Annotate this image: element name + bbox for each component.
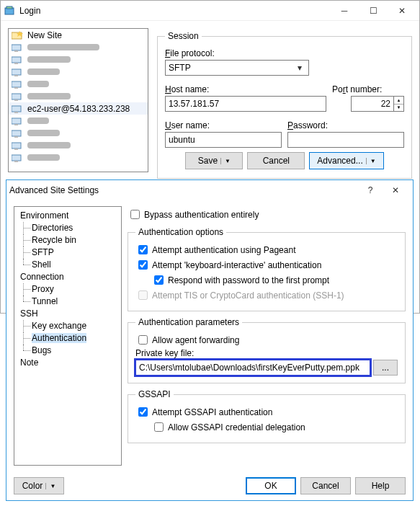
spinner-down-icon[interactable]: ▼ bbox=[394, 105, 403, 112]
computer-icon bbox=[12, 43, 23, 52]
file-protocol-dropdown[interactable]: SFTP ▾ bbox=[165, 60, 309, 76]
help-button[interactable]: Help bbox=[355, 477, 406, 494]
auth-options-group: Authentication options Attempt authentic… bbox=[128, 227, 406, 311]
tree-directories[interactable]: Directories bbox=[17, 222, 118, 234]
tis-input bbox=[138, 290, 148, 300]
site-item[interactable] bbox=[9, 66, 148, 78]
site-item[interactable] bbox=[9, 151, 148, 164]
close-button[interactable]: ✕ bbox=[381, 180, 410, 200]
site-item[interactable] bbox=[9, 115, 148, 127]
bypass-auth-checkbox[interactable]: Bypass authentication entirely bbox=[128, 208, 406, 221]
chevron-down-icon: ▾ bbox=[294, 63, 305, 73]
ok-label: OK bbox=[264, 481, 277, 491]
site-item[interactable] bbox=[9, 139, 148, 151]
session-group: Session File protocol: SFTP ▾ Host name:… bbox=[157, 31, 412, 179]
password-input[interactable] bbox=[287, 132, 404, 148]
minimize-button[interactable]: ─ bbox=[330, 1, 359, 21]
cancel-label: Cancel bbox=[312, 481, 339, 491]
site-item[interactable] bbox=[9, 90, 148, 102]
tree-sftp[interactable]: SFTP bbox=[17, 247, 118, 259]
svg-rect-7 bbox=[14, 63, 18, 64]
svg-rect-23 bbox=[14, 161, 18, 162]
site-label: New Site bbox=[27, 30, 62, 40]
tree-proxy[interactable]: Proxy bbox=[17, 283, 118, 296]
cancel-label: Cancel bbox=[263, 156, 290, 166]
computer-icon bbox=[12, 129, 23, 138]
gssapi-deleg-input[interactable] bbox=[154, 422, 164, 432]
tree-tunnel[interactable]: Tunnel bbox=[17, 296, 118, 308]
tree-environment[interactable]: Environment bbox=[17, 210, 118, 222]
svg-rect-6 bbox=[12, 57, 21, 63]
gssapi-deleg-checkbox[interactable]: Allow GSSAPI credential delegation bbox=[151, 420, 398, 434]
tree-note[interactable]: Note bbox=[17, 357, 118, 369]
auth-options-legend: Authentication options bbox=[135, 227, 226, 237]
private-key-input[interactable] bbox=[135, 360, 370, 376]
gssapi-attempt-label: Attempt GSSAPI authentication bbox=[152, 407, 272, 417]
gssapi-attempt-input[interactable] bbox=[138, 407, 148, 417]
svg-rect-18 bbox=[12, 130, 21, 136]
settings-tree[interactable]: Environment Directories Recycle bin SFTP… bbox=[14, 206, 122, 466]
close-button[interactable]: ✕ bbox=[388, 1, 416, 21]
tree-shell[interactable]: Shell bbox=[17, 259, 118, 271]
agentfwd-checkbox[interactable]: Allow agent forwarding bbox=[135, 333, 398, 347]
color-button[interactable]: Color ▼ bbox=[14, 477, 64, 494]
svg-rect-13 bbox=[14, 99, 18, 101]
chevron-down-icon[interactable]: ▼ bbox=[366, 158, 376, 164]
svg-rect-5 bbox=[14, 50, 18, 52]
tree-authentication[interactable]: Authentication bbox=[17, 332, 118, 345]
kbint-input[interactable] bbox=[138, 260, 148, 270]
respond-input[interactable] bbox=[154, 275, 164, 285]
gssapi-attempt-checkbox[interactable]: Attempt GSSAPI authentication bbox=[135, 405, 398, 419]
advanced-title: Advanced Site Settings bbox=[9, 185, 359, 195]
maximize-button[interactable]: ☐ bbox=[359, 1, 388, 21]
site-item[interactable] bbox=[9, 78, 148, 90]
kbint-checkbox[interactable]: Attempt 'keyboard-interactive' authentic… bbox=[135, 258, 398, 272]
help-label: Help bbox=[372, 481, 390, 491]
computer-icon bbox=[12, 105, 23, 113]
ok-button[interactable]: OK bbox=[246, 477, 296, 494]
svg-rect-9 bbox=[14, 75, 18, 76]
svg-rect-8 bbox=[12, 69, 21, 75]
tree-keyexchange[interactable]: Key exchange bbox=[17, 320, 118, 332]
cancel-button[interactable]: Cancel bbox=[300, 477, 351, 494]
svg-rect-21 bbox=[14, 148, 18, 150]
pageant-checkbox[interactable]: Attempt authentication using Pageant bbox=[135, 243, 398, 257]
computer-icon bbox=[12, 68, 23, 76]
port-number-input[interactable] bbox=[351, 96, 394, 112]
tree-ssh[interactable]: SSH bbox=[17, 308, 118, 320]
computer-icon bbox=[12, 80, 23, 89]
save-button[interactable]: Save ▼ bbox=[185, 152, 243, 169]
tree-connection[interactable]: Connection bbox=[17, 271, 118, 283]
advanced-button[interactable]: Advanced... ▼ bbox=[309, 152, 383, 169]
chevron-down-icon[interactable]: ▼ bbox=[220, 158, 231, 164]
cancel-button[interactable]: Cancel bbox=[247, 152, 305, 169]
site-item[interactable] bbox=[9, 41, 148, 53]
computer-icon bbox=[12, 141, 23, 150]
help-button[interactable]: ? bbox=[359, 180, 381, 200]
new-site-item[interactable]: New Site bbox=[9, 29, 148, 41]
private-key-label: Private key file: bbox=[135, 348, 398, 358]
password-label: Password: bbox=[287, 120, 404, 130]
computer-icon bbox=[12, 92, 23, 101]
pageant-input[interactable] bbox=[138, 245, 148, 254]
agentfwd-input[interactable] bbox=[138, 335, 148, 345]
browse-button[interactable]: ... bbox=[373, 360, 398, 376]
login-title: Login bbox=[19, 6, 330, 16]
chevron-down-icon[interactable]: ▼ bbox=[45, 483, 55, 489]
tree-recycle[interactable]: Recycle bin bbox=[17, 234, 118, 247]
site-item[interactable] bbox=[9, 53, 148, 66]
site-item[interactable] bbox=[9, 127, 148, 139]
bypass-auth-input[interactable] bbox=[130, 210, 140, 219]
host-name-input[interactable] bbox=[165, 96, 326, 112]
advanced-label: Advanced... bbox=[317, 156, 362, 166]
browse-label: ... bbox=[382, 363, 389, 373]
site-item-selected[interactable]: ec2-user@54.183.233.238 bbox=[9, 102, 148, 115]
port-spinner[interactable]: ▲▼ bbox=[394, 96, 404, 112]
sites-tree[interactable]: New Site ec2-user@54.183.233.238 bbox=[8, 28, 148, 172]
respond-checkbox[interactable]: Respond with password to the first promp… bbox=[151, 273, 398, 287]
user-name-input[interactable] bbox=[165, 132, 282, 148]
kbint-label: Attempt 'keyboard-interactive' authentic… bbox=[152, 260, 321, 270]
spinner-up-icon[interactable]: ▲ bbox=[394, 97, 403, 105]
tree-bugs[interactable]: Bugs bbox=[17, 345, 118, 357]
svg-rect-12 bbox=[12, 94, 21, 99]
